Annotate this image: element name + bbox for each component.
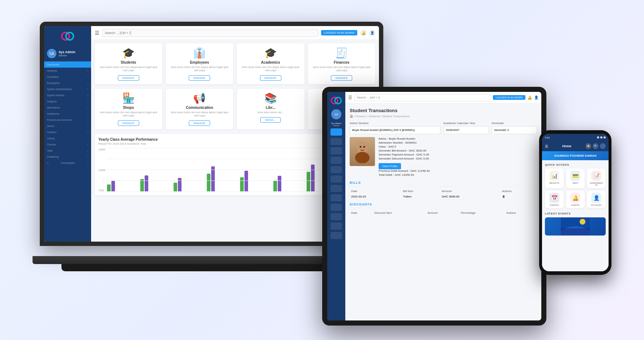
phone-title: Home <box>550 144 584 148</box>
sidebar-item-communication[interactable]: ■ mmunication› <box>44 160 91 166</box>
bar-group-2 <box>140 175 172 192</box>
bill-action-delete[interactable]: 🗑 <box>501 194 537 200</box>
view-profile-button[interactable]: View Profile <box>379 163 401 169</box>
tablet-topbar: ☰ LOGGED IN AS ADMIN 🔔 👤 <box>345 92 541 103</box>
tablet-nav-5[interactable] <box>330 175 342 183</box>
sidebar-item-halls[interactable]: Halls› <box>44 148 91 154</box>
students-manage-button[interactable]: MANAGE <box>118 75 139 81</box>
tablet-nav-dashboard[interactable] <box>330 128 342 136</box>
user-icon[interactable]: 👤 <box>369 30 375 36</box>
results-label: RESULTS <box>546 182 562 184</box>
bill-item: Tuition <box>402 194 440 200</box>
library-card-desc: Anim amet minim nisi... <box>240 111 302 114</box>
sidebar-item-stores[interactable]: Stores› <box>44 123 91 129</box>
tablet-nav-2[interactable] <box>330 147 342 154</box>
semester-input[interactable] <box>492 126 537 134</box>
disc-header-actions: Actions <box>505 210 537 216</box>
assignments-label: ASSIGNMEN TS <box>588 182 604 186</box>
sidebar-item-classes[interactable]: Classes› <box>44 141 91 148</box>
quick-results[interactable]: 📊 RESULTS <box>545 169 564 188</box>
sidebar-item-sysadmin[interactable]: System Administrators› <box>44 86 91 92</box>
bar-purple-4 <box>211 166 215 192</box>
laptop-user-role: Admin <box>59 54 75 57</box>
disc-header-pct: Percentage <box>459 210 505 216</box>
student-photo <box>350 137 375 166</box>
search-input[interactable] <box>102 29 318 37</box>
sidebar-item-employees[interactable]: Employees› <box>44 80 91 86</box>
tablet-nav-3[interactable] <box>330 157 342 164</box>
academic-year-input[interactable] <box>443 126 489 134</box>
communication-manage-button[interactable]: MANAGE <box>189 120 210 126</box>
sidebar-item-attendance[interactable]: Attendance› <box>44 105 91 111</box>
student-payment: Semester Payment Amount : GHC 0.00 <box>379 153 537 156</box>
sidebar-item-sysmonitor[interactable]: System Monitor› <box>44 92 91 98</box>
tablet-notif-icon[interactable]: 🔔 <box>528 95 532 99</box>
tablet-nav-1[interactable] <box>330 138 342 145</box>
semester-group: Semester <box>492 122 537 134</box>
phone-user-icon[interactable]: 👤 <box>600 143 606 149</box>
phone-search-icon[interactable]: 🔍 <box>593 143 598 149</box>
quick-assignments[interactable]: 📝 ASSIGNMEN TS <box>587 169 606 188</box>
tablet: SA Sys AdminAdmin <box>322 87 546 326</box>
student-select-input[interactable] <box>350 126 440 134</box>
library-manage-button[interactable]: MANA... <box>260 117 281 123</box>
quick-fees[interactable]: 💳 FEES <box>566 169 585 188</box>
sidebar-item-guardians[interactable]: Guardians› <box>44 74 91 80</box>
card-shops: 🏪 Shops Anim amet minim nisi irure aliqu… <box>95 89 162 129</box>
tablet-hamburger[interactable]: ☰ <box>348 95 352 100</box>
tablet-user-icon[interactable]: 👤 <box>534 95 538 99</box>
employees-manage-button[interactable]: MANAGE <box>189 75 210 81</box>
laptop-avatar: SA <box>47 49 56 58</box>
quick-account[interactable]: 👤 ACCOUNT <box>587 191 606 208</box>
results-icon: 📊 <box>549 171 559 181</box>
quick-events[interactable]: 📅 EVENTS <box>545 191 564 208</box>
student-details: Name : Boyle Russel Austen Admission Num… <box>379 137 537 177</box>
tablet-nav-11[interactable] <box>330 232 342 239</box>
tablet-nav-7[interactable] <box>330 194 342 201</box>
tablet-nav-9[interactable] <box>330 213 342 220</box>
sidebar-item-students[interactable]: Students› <box>44 68 91 74</box>
svg-rect-11 <box>561 228 590 235</box>
employees-card-desc: Anim amet minim nisi irure aliqua labore… <box>169 65 231 72</box>
phone-menu-icon[interactable]: ☰ <box>545 144 548 148</box>
tablet-nav-8[interactable] <box>330 204 342 211</box>
laptop-user-name: Sys Admin <box>59 50 75 54</box>
tablet-user-name: Sys AdminAdmin <box>331 122 341 127</box>
sidebar-item-dashboard[interactable]: Dashboard <box>44 61 91 68</box>
events-landscape-svg <box>561 217 590 235</box>
sidebar-item-library[interactable]: Library <box>44 135 91 141</box>
finances-manage-button[interactable]: MANAGE <box>331 75 352 81</box>
sidebar-item-publishing[interactable]: Publishing› <box>44 154 91 160</box>
sidebar-item-finance[interactable]: Finance and Accounts› <box>44 117 91 123</box>
events-image <box>545 217 606 235</box>
chart-y-labels: 14000 10500 7000 <box>98 148 107 192</box>
academics-manage-button[interactable]: MANAGE <box>260 75 281 81</box>
phone-body: 9:41 ☰ Home 🔔 🔍 👤 <box>539 130 611 275</box>
disc-header-item: Discount Item <box>373 210 426 216</box>
quick-alerts[interactable]: 🔔 ALERTS <box>566 191 585 208</box>
shops-manage-button[interactable]: MANAGE <box>118 120 139 126</box>
communication-card-icon: 📢 <box>169 92 231 104</box>
tablet-nav-6[interactable] <box>330 185 342 192</box>
tablet-search-input[interactable] <box>354 94 491 101</box>
tablet-logo <box>330 95 342 106</box>
sidebar-item-canteen[interactable]: Canteen› <box>44 129 91 135</box>
notifications-icon[interactable]: 🔔 <box>360 30 367 36</box>
tablet-nav-10[interactable] <box>330 222 342 230</box>
events-item[interactable] <box>545 217 606 235</box>
academic-year-group: Academic Calendar Year <box>443 122 489 134</box>
phone-time: 9:41 <box>545 136 550 139</box>
academics-card-desc: Anim amet minim nisi irure aliqua labore… <box>240 65 302 72</box>
hamburger-icon[interactable]: ☰ <box>95 30 99 36</box>
bar-purple-7 <box>311 165 315 192</box>
latest-events-title: LATEST EVENTS <box>545 212 606 215</box>
tablet-nav-4[interactable] <box>330 166 342 173</box>
sidebar-item-subjects[interactable]: Subjects› <box>44 98 91 105</box>
laptop-sidebar: SA Sys Admin Admin Dashboard Students› <box>44 26 91 242</box>
phone-quick-access-section: QUICK ACCESS 📊 RESULTS 💳 FEES <box>542 160 609 238</box>
sidebar-item-academics[interactable]: Academics› <box>44 111 91 117</box>
phone-quick-access-title: QUICK ACCESS <box>545 163 606 166</box>
phone: 9:41 ☰ Home 🔔 🔍 👤 <box>539 130 611 275</box>
student-photo-inner <box>350 137 375 166</box>
phone-notif-icon[interactable]: 🔔 <box>585 143 591 149</box>
